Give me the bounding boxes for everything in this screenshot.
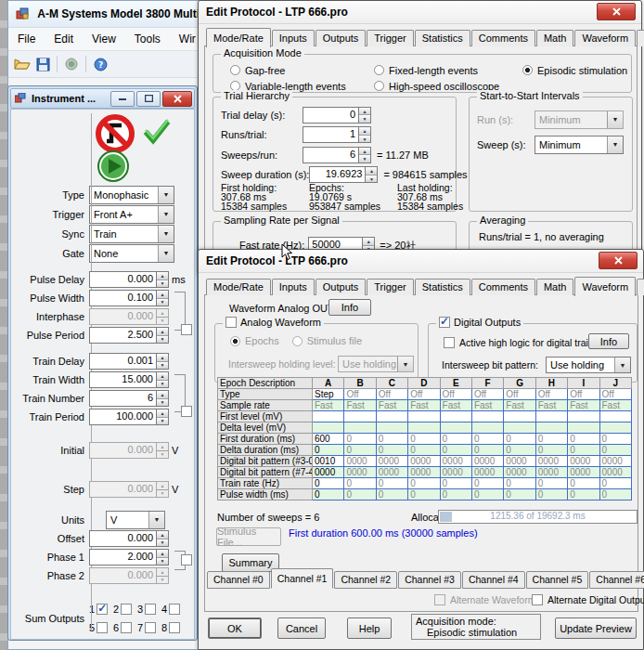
epoch-cell[interactable]: 0000 xyxy=(376,467,407,478)
chevron-down-icon[interactable]: ▼ xyxy=(148,512,164,528)
dropdown[interactable]: Front A+ ▼ xyxy=(89,205,174,224)
spin-down-icon[interactable]: ▼ xyxy=(157,577,168,584)
spin-up-icon[interactable]: ▲ xyxy=(157,372,168,381)
epoch-cell[interactable]: 0 xyxy=(376,489,407,500)
epoch-cell[interactable] xyxy=(535,422,567,434)
spin-up-icon[interactable]: ▲ xyxy=(157,482,168,490)
tab[interactable]: Trigger xyxy=(367,279,413,295)
tab[interactable]: Comments xyxy=(471,30,535,46)
epoch-cell[interactable]: 0 xyxy=(440,445,471,456)
numeric-field[interactable]: 1 ▲▼ xyxy=(303,126,371,143)
spin-down-icon[interactable]: ▼ xyxy=(157,381,168,388)
epoch-cell[interactable]: Fast xyxy=(471,400,503,411)
epoch-cell[interactable]: 0 xyxy=(504,489,535,500)
chevron-down-icon[interactable]: ▼ xyxy=(158,206,174,223)
epoch-cell[interactable] xyxy=(568,411,599,422)
spin-up-icon[interactable]: ▲ xyxy=(363,238,374,246)
numeric-value[interactable]: 0.000 xyxy=(89,308,156,325)
tab[interactable]: Mode/Rate xyxy=(206,279,271,295)
epoch-cell[interactable] xyxy=(313,422,344,434)
maximize-button[interactable] xyxy=(136,91,161,107)
channel-tab[interactable]: Channel #3 xyxy=(398,571,461,589)
epoch-cell[interactable]: 0000 xyxy=(504,467,535,478)
numeric-value[interactable]: 1 xyxy=(303,126,358,143)
epoch-cell[interactable] xyxy=(504,411,535,422)
epoch-cell[interactable] xyxy=(599,422,631,434)
spin-up-icon[interactable]: ▲ xyxy=(157,309,168,318)
epoch-cell[interactable]: Fast xyxy=(376,400,407,411)
epoch-cell[interactable]: 0 xyxy=(599,489,631,500)
channel-tab[interactable]: Channel #6 xyxy=(589,571,644,589)
numeric-field[interactable]: 0 ▲▼ xyxy=(303,107,371,124)
epoch-cell[interactable]: 600 xyxy=(313,434,344,445)
train-link-checkbox[interactable] xyxy=(181,406,192,417)
numeric-value[interactable]: 0.000 xyxy=(89,530,156,547)
tab[interactable]: Statistics xyxy=(415,279,470,295)
epoch-cell[interactable]: 0 xyxy=(408,434,440,445)
tab[interactable]: Outputs xyxy=(316,30,367,46)
spinner-buttons[interactable]: ▲▼ xyxy=(156,308,169,325)
ok-button[interactable]: OK xyxy=(208,618,262,639)
interval-dropdown[interactable]: Minimum ▼ xyxy=(535,136,624,154)
numeric-value[interactable]: 0.000 xyxy=(89,567,156,584)
epoch-cell[interactable]: Step xyxy=(313,389,344,400)
numeric-value[interactable]: 6 xyxy=(303,147,358,163)
spin-down-icon[interactable]: ▼ xyxy=(157,362,168,370)
epoch-cell[interactable] xyxy=(313,411,344,422)
epoch-cell[interactable] xyxy=(408,411,440,422)
epoch-cell[interactable]: 0000 xyxy=(568,467,599,478)
numeric-field[interactable]: 100.000 ▲▼ xyxy=(89,409,169,425)
channel-tab[interactable]: Channel #5 xyxy=(526,571,589,589)
epoch-cell[interactable]: Fast xyxy=(344,400,376,411)
epoch-cell[interactable]: Fast xyxy=(568,400,599,411)
epoch-cell[interactable]: Fast xyxy=(535,400,567,411)
epoch-cell[interactable]: 0 xyxy=(344,445,376,456)
spin-down-icon[interactable]: ▼ xyxy=(157,336,168,344)
epoch-cell[interactable]: 0 xyxy=(504,434,535,445)
numeric-field[interactable]: 0.000 ▲▼ xyxy=(89,271,169,288)
channel-tab[interactable]: Channel #2 xyxy=(334,571,397,589)
epoch-cell[interactable]: Off xyxy=(504,389,535,400)
numeric-value[interactable]: 0.000 xyxy=(89,271,156,288)
help-icon[interactable]: ? xyxy=(90,54,110,74)
sum-output-checkbox[interactable] xyxy=(145,604,156,615)
radio-option[interactable]: Gap-free xyxy=(230,62,374,78)
sum-output-checkbox[interactable] xyxy=(121,622,132,633)
epoch-cell[interactable]: 0 xyxy=(313,489,344,500)
sum-output-checkbox[interactable] xyxy=(97,604,108,615)
spin-up-icon[interactable]: ▲ xyxy=(359,108,370,116)
tab[interactable]: Statistics xyxy=(415,30,470,46)
analog-info-button[interactable]: Info xyxy=(328,299,371,316)
sum-output-checkbox[interactable] xyxy=(169,604,180,615)
update-preview-button[interactable]: Update Preview xyxy=(555,618,637,639)
epoch-cell[interactable]: Off xyxy=(471,389,503,400)
epoch-cell[interactable]: 0 xyxy=(313,478,344,489)
spinner-buttons[interactable]: ▲▼ xyxy=(156,353,169,370)
chevron-down-icon[interactable]: ▼ xyxy=(158,226,174,242)
tab[interactable]: Stimulus xyxy=(637,279,644,295)
epoch-cell[interactable]: 0 xyxy=(376,434,407,445)
epoch-cell[interactable]: 0 xyxy=(568,434,599,445)
epoch-cell[interactable]: Off xyxy=(408,389,440,400)
epoch-cell[interactable]: 0000 xyxy=(535,456,567,467)
sum-output-checkbox[interactable] xyxy=(121,604,132,615)
stimulus-file-button[interactable]: Stimulus File... xyxy=(216,527,281,546)
play-icon[interactable] xyxy=(97,150,131,186)
spinner-buttons[interactable]: ▲▼ xyxy=(156,567,169,584)
numeric-field[interactable]: 0.000 ▲▼ xyxy=(89,481,169,498)
channel-tab[interactable]: Channel #4 xyxy=(462,571,525,589)
epoch-cell[interactable]: 0 xyxy=(568,478,599,489)
epoch-cell[interactable] xyxy=(504,422,535,434)
epoch-cell[interactable]: 0000 xyxy=(344,467,376,478)
spinner-buttons[interactable]: ▲▼ xyxy=(358,147,371,163)
spinner-buttons[interactable]: ▲▼ xyxy=(365,166,378,183)
epoch-cell[interactable] xyxy=(440,411,471,422)
epoch-cell[interactable]: 0000 xyxy=(504,456,535,467)
numeric-field[interactable]: 0.000 ▲▼ xyxy=(89,442,169,459)
epoch-cell[interactable]: 0 xyxy=(440,478,471,489)
epoch-cell[interactable]: 0 xyxy=(408,489,440,500)
spinner-buttons[interactable]: ▲▼ xyxy=(156,271,169,288)
epoch-cell[interactable]: 0 xyxy=(471,445,503,456)
epoch-cell[interactable]: 0000 xyxy=(568,456,599,467)
epoch-cell[interactable]: 0000 xyxy=(599,467,631,478)
